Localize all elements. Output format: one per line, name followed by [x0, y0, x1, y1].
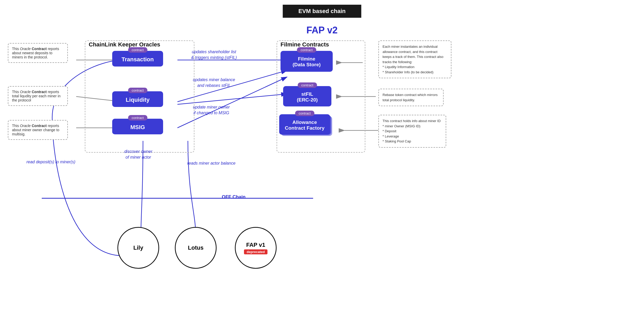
transaction-contract: contract Transaction — [112, 51, 163, 67]
arrow-updates-shareholder: updates shareholder list& triggers minti… — [183, 49, 245, 61]
arrow-update-owner: update miner ownerif changed to MSIG — [183, 104, 240, 116]
liquidity-label: Liquidity — [126, 97, 150, 103]
filmine-label: Filmine(Data Store) — [293, 56, 321, 67]
oracle-box-3: This Oracle Contract reports about miner… — [8, 120, 68, 140]
filmine-contract: contract Filmine(Data Store) — [281, 51, 333, 72]
msig-label: MSIG — [130, 124, 145, 130]
arrow-discover-owner: discover ownerof miner actor — [112, 149, 164, 160]
fap-title: FAP v2 — [306, 25, 337, 36]
lotus-label: Lotus — [188, 244, 204, 251]
oracle-box-1: This Oracle Contract reports about newes… — [8, 43, 68, 63]
deprecated-badge: deprecated — [244, 249, 267, 254]
liquidity-contract: contract Liquidity — [112, 91, 163, 107]
transaction-badge: contract — [128, 47, 147, 53]
lily-circle: Lily — [117, 227, 159, 269]
transaction-label: Transaction — [122, 56, 154, 63]
fap-title-text: FAP v2 — [306, 25, 337, 35]
msig-contract: contract MSIG — [112, 119, 163, 134]
allowance-badge: contract — [295, 111, 314, 116]
msig-badge: contract — [128, 115, 147, 121]
info-box-mid-right: Rebase token contract which mirrors tota… — [378, 89, 444, 106]
info-box-top-right: Each miner instantiates an individual al… — [378, 40, 451, 78]
stfil-label: stFIL(ERC-20) — [297, 91, 318, 103]
lotus-circle: Lotus — [175, 227, 217, 269]
arrow-read-deposits: read deposit(s) to miner(s) — [23, 159, 78, 165]
stfil-contract: contract stFIL(ERC-20) — [283, 86, 331, 106]
allowance-label: AllowanceContract Factory — [285, 119, 324, 131]
lily-label: Lily — [133, 244, 143, 251]
offchain-label: OFF Chain — [222, 194, 246, 200]
chainlink-section-label: ChainLink Keeper Oracles — [89, 41, 160, 48]
evm-banner: EVM based chain — [283, 5, 361, 18]
arrow-updates-balance: updates miner balanceand rebases stFIL — [183, 77, 245, 89]
filmine-badge: contract — [297, 47, 316, 53]
info-box-bottom-right: This contract holds info about miner ID … — [378, 115, 446, 148]
evm-label: EVM based chain — [299, 8, 346, 14]
fap-v1-circle: FAP v1 deprecated — [235, 227, 277, 269]
allowance-contract-stack: contract AllowanceContract Factory — [279, 114, 330, 135]
fap-v1-label: FAP v1 — [246, 242, 265, 248]
stfil-badge: contract — [297, 82, 317, 88]
oracle-box-2: This Oracle Contract reports total liqud… — [8, 86, 68, 106]
allowance-contract: contract AllowanceContract Factory — [279, 114, 330, 135]
arrow-reads-balance: reads miner actor balance — [183, 160, 240, 166]
liquidity-badge: contract — [128, 88, 147, 93]
